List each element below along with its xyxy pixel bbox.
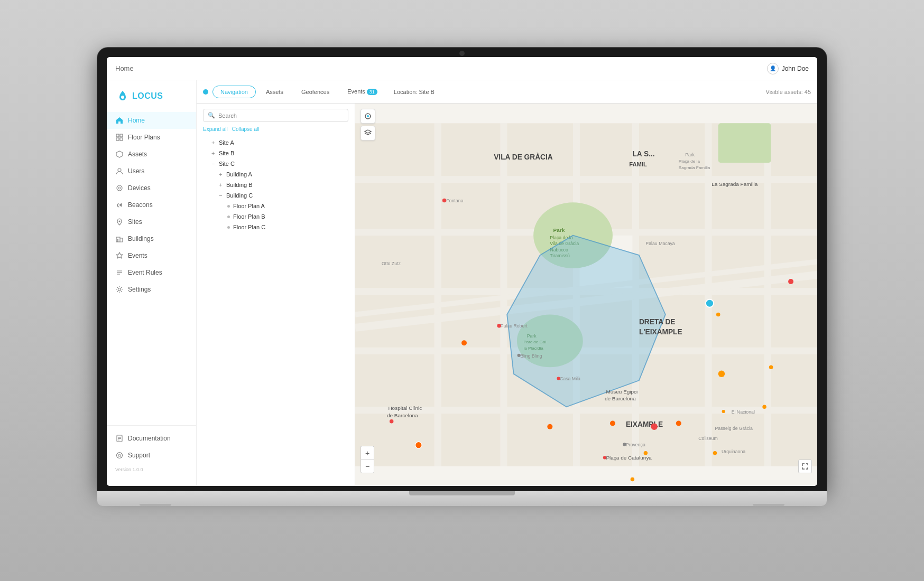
sidebar-label-devices: Devices (128, 184, 151, 192)
floor-plans-icon (115, 133, 124, 142)
svg-rect-42 (712, 183, 764, 229)
sidebar-item-devices[interactable]: Devices (107, 180, 196, 196)
events-icon (115, 251, 124, 260)
settings-icon (115, 285, 124, 294)
split-content: 🔍 Expand all Collapse all (197, 104, 817, 486)
expand-all-link[interactable]: Expand all (203, 126, 228, 132)
sidebar: LOCUS Home (107, 80, 197, 486)
tab-geofences[interactable]: Geofences (293, 86, 337, 98)
camera-notch (459, 51, 465, 56)
svg-rect-31 (441, 123, 500, 176)
sidebar-item-assets[interactable]: Assets (107, 146, 196, 163)
sidebar-item-events[interactable]: Events (107, 247, 196, 264)
laptop-shell: Home 👤 John Doe (97, 48, 827, 533)
tree-dot (227, 205, 230, 208)
sidebar-item-floor-plans[interactable]: Floor Plans (107, 129, 196, 146)
tree-area: + Site A + Site B (197, 135, 355, 486)
sidebar-item-event-rules[interactable]: Event Rules (107, 264, 196, 281)
sidebar-item-support[interactable]: Support (107, 447, 196, 464)
svg-rect-37 (355, 183, 435, 229)
tree-item[interactable]: + Site B (197, 148, 355, 158)
tab-navigation[interactable]: Navigation (212, 86, 256, 98)
sidebar-item-settings[interactable]: Settings (107, 281, 196, 298)
sidebar-label-users: Users (128, 167, 144, 175)
svg-rect-66 (507, 414, 573, 466)
map-zoom-in-btn[interactable]: + (361, 446, 374, 460)
svg-text:de Barcelona: de Barcelona (387, 413, 418, 418)
sidebar-item-beacons[interactable]: Beacons (107, 196, 196, 213)
tab-indicator (203, 89, 208, 95)
svg-marker-152 (365, 130, 371, 133)
svg-text:Palau Macaya: Palau Macaya (645, 241, 674, 246)
tab-assets[interactable]: Assets (258, 86, 291, 98)
map-zoom-out-btn[interactable]: − (361, 460, 374, 473)
tab-events[interactable]: Events31 (339, 85, 385, 98)
svg-rect-65 (441, 414, 500, 466)
sidebar-item-users[interactable]: Users (107, 163, 196, 180)
svg-rect-70 (771, 414, 817, 466)
svg-point-142 (631, 477, 634, 481)
tree-item[interactable]: Floor Plan C (197, 222, 355, 232)
tree-item[interactable]: + Building A (197, 169, 355, 180)
sidebar-label-events: Events (128, 252, 147, 259)
map-expand-btn[interactable] (798, 460, 812, 473)
search-input[interactable] (218, 113, 344, 119)
sidebar-label-documentation: Documentation (128, 435, 171, 442)
svg-point-123 (623, 443, 626, 446)
tree-item[interactable]: + Building B (197, 180, 355, 190)
tree-toggle: + (219, 171, 226, 177)
svg-text:La Sagrada Família: La Sagrada Família (712, 181, 757, 187)
svg-point-120 (390, 419, 393, 423)
tree-item[interactable]: Floor Plan B (197, 211, 355, 222)
svg-point-112 (518, 354, 521, 357)
tree-label: Building B (226, 182, 253, 188)
svg-text:Passeig de Gràcia: Passeig de Gràcia (715, 426, 753, 431)
svg-text:de Barcelona: de Barcelona (605, 396, 636, 401)
logo-text: LOCUS (132, 91, 163, 101)
svg-point-143 (415, 442, 422, 448)
sidebar-bottom: Documentation Support Version 1.0.0 (107, 425, 196, 480)
sidebar-item-home[interactable]: Home (107, 112, 196, 129)
svg-point-144 (706, 299, 714, 307)
location-label: Location: Site B (394, 89, 435, 95)
map-area[interactable]: Park Plaça de la Vila de Gràcia Nabucco … (355, 104, 817, 486)
tree-item[interactable]: + Site A (197, 137, 355, 148)
user-menu[interactable]: 👤 John Doe (767, 63, 809, 74)
tree-item[interactable]: − Building C (197, 190, 355, 201)
svg-point-6 (118, 168, 121, 172)
buildings-icon (115, 235, 124, 243)
map-locate-btn[interactable] (361, 109, 375, 124)
tree-item[interactable]: Floor Plan A (197, 201, 355, 211)
svg-point-136 (718, 371, 725, 377)
sidebar-item-buildings[interactable]: Buildings (107, 230, 196, 247)
svg-point-134 (788, 279, 793, 284)
svg-point-10 (119, 221, 121, 222)
svg-rect-1 (116, 134, 119, 137)
svg-rect-36 (771, 123, 817, 176)
sidebar-item-sites[interactable]: Sites (107, 213, 196, 230)
screen-bezel: Home 👤 John Doe (97, 48, 827, 491)
sidebar-label-floor-plans: Floor Plans (128, 134, 160, 141)
devices-icon (115, 184, 124, 192)
collapse-all-link[interactable]: Collapse all (232, 126, 260, 132)
svg-point-140 (644, 451, 648, 455)
map-layers-btn[interactable] (361, 126, 375, 140)
svg-point-7 (117, 185, 122, 191)
svg-text:Hospital Clínic: Hospital Clínic (388, 406, 422, 411)
svg-marker-5 (116, 151, 123, 157)
svg-point-114 (557, 377, 560, 380)
tree-dot (227, 215, 230, 218)
svg-rect-57 (355, 354, 435, 407)
svg-rect-38 (441, 183, 500, 229)
sidebar-label-event-rules: Event Rules (128, 269, 162, 276)
svg-rect-12 (117, 239, 118, 240)
sidebar-item-documentation[interactable]: Documentation (107, 430, 196, 447)
tree-label: Building C (226, 192, 253, 199)
svg-rect-3 (116, 138, 119, 140)
search-icon: 🔍 (208, 112, 215, 119)
svg-rect-63 (771, 354, 817, 407)
svg-text:DRETA DE: DRETA DE (639, 318, 676, 326)
page-title: Home (115, 64, 134, 72)
tree-item[interactable]: − Site C (197, 158, 355, 169)
documentation-icon (115, 434, 124, 443)
